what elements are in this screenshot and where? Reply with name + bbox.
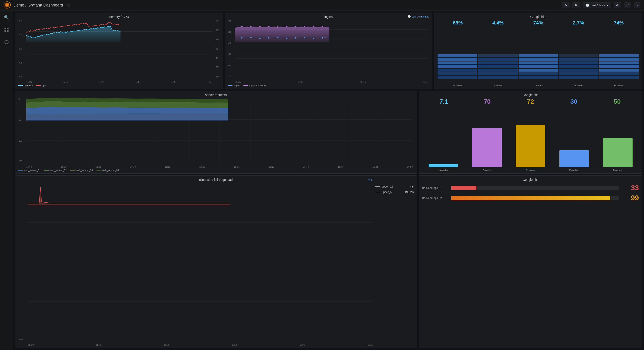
legend-server: web_server_01 web_server_02 web_server_0… bbox=[18, 169, 414, 172]
gh-bar-a-2 bbox=[438, 58, 477, 61]
gh-top-bars-area bbox=[438, 27, 639, 83]
zoom-out-icon: ⊖ bbox=[616, 4, 619, 7]
chart-logins: 70 60 50 40 30 20 bbox=[228, 20, 429, 83]
bar-a bbox=[428, 164, 458, 167]
legend-label-memory: memory bbox=[24, 84, 33, 87]
legend-item-logins-1h: logins (-1 hour) bbox=[244, 84, 266, 87]
gh-bottom-label-e: E-series bbox=[596, 169, 639, 172]
refresh-button[interactable]: ↺ bbox=[624, 2, 631, 8]
gh-label-b: B-series bbox=[478, 84, 518, 87]
gh-bar-col-e bbox=[599, 27, 639, 83]
sidebar: 🔍 bbox=[0, 11, 13, 350]
gh-bar-c-3 bbox=[518, 62, 558, 64]
legend-item-logins: logins bbox=[228, 84, 240, 87]
svg-rect-6 bbox=[7, 30, 8, 32]
display-icon: 🖥 bbox=[575, 4, 578, 7]
panel-subtitle-logins: 🕐 Last 20 minutes bbox=[408, 15, 429, 18]
svg-point-31 bbox=[277, 37, 278, 38]
gh-horiz-bar-container-0 bbox=[451, 186, 619, 190]
panel-title-google-hits-horiz: Google hits bbox=[422, 178, 639, 182]
gh-bar-c-4 bbox=[518, 65, 558, 68]
stat-label-upper50: upper_50 bbox=[382, 190, 393, 194]
gh-bar-col-a bbox=[438, 27, 477, 83]
y-axis-right-cpu: 6% 5% 4% 3% 2% 1% 0% bbox=[213, 20, 219, 78]
gh-bar-col-b bbox=[478, 27, 518, 83]
legend-item-ws04: web_server_04 bbox=[96, 169, 119, 172]
chart-svg-logins bbox=[235, 20, 428, 78]
share-icon[interactable]: ⎘ bbox=[68, 3, 70, 8]
panel-logins: logins 🕐 Last 20 minutes 70 60 50 40 30 … bbox=[224, 12, 432, 89]
gh-bottom-label-a: A-series bbox=[422, 169, 466, 172]
display-button[interactable]: 🖥 bbox=[572, 2, 580, 8]
gh-bar-a-7 bbox=[438, 76, 477, 79]
svg-point-26 bbox=[322, 26, 323, 27]
legend-line-ws02 bbox=[44, 170, 49, 170]
legend-line-logins-1h bbox=[244, 85, 248, 86]
panel-title-logins: logins bbox=[228, 15, 429, 18]
svg-point-29 bbox=[259, 38, 260, 39]
svg-point-30 bbox=[268, 37, 270, 38]
gh-bar-e-5 bbox=[599, 69, 639, 72]
sidebar-item-explore[interactable] bbox=[2, 38, 10, 47]
x-axis-client: 15:00 15:10 15:20 15:30 15:40 15:50 bbox=[28, 344, 373, 346]
panel-title-google-hits-top: Google hits bbox=[438, 15, 639, 18]
gh-bar-col-d bbox=[559, 27, 598, 83]
chart-server-requests: 150 100 50 0 bbox=[18, 98, 414, 168]
gh-horiz-label-0: Backend-ops-01 bbox=[422, 186, 449, 190]
gh-bar-d-1 bbox=[559, 54, 598, 57]
gh-top-value-2: 74% bbox=[518, 20, 558, 26]
time-range-picker[interactable]: 🕐 Last 1 hour ▾ bbox=[583, 2, 611, 8]
legend-logins: logins logins (-1 hour) bbox=[228, 84, 429, 87]
gh-horiz-bar-container-1 bbox=[451, 196, 619, 200]
bar-c bbox=[516, 125, 545, 167]
gh-horiz-bar-0 bbox=[451, 186, 476, 190]
gh-horiz-area: Backend-ops-01 33 Backend-ops-02 99 bbox=[422, 183, 639, 346]
svg-point-24 bbox=[304, 26, 306, 27]
avg-label: avg bbox=[368, 178, 372, 180]
chart-svg-client bbox=[28, 183, 373, 341]
settings-button[interactable]: ⚙ bbox=[562, 2, 570, 8]
gh-horiz-label-1: Backend-ops-02 bbox=[422, 196, 449, 200]
stat-label-upper25: upper_25 bbox=[382, 185, 393, 188]
gh-bar-a-4 bbox=[438, 65, 477, 68]
dashboard-content: Memory / CPU 8 B 6 B 4 B 2 B 0 B 6% 5% 4 bbox=[13, 11, 644, 350]
gh-top-value-3: 2.7% bbox=[558, 20, 598, 26]
legend-label-logins-1h: logins (-1 hour) bbox=[249, 84, 266, 87]
gh-bar-b-6 bbox=[478, 72, 518, 75]
legend-item-ws01: web_server_01 bbox=[18, 169, 40, 172]
stat-line-upper50 bbox=[376, 192, 380, 192]
grafana-logo bbox=[4, 1, 11, 9]
main-layout: 🔍 bbox=[0, 11, 644, 350]
stat-value-upper50: 196 ms bbox=[405, 190, 414, 194]
sidebar-item-search[interactable]: 🔍 bbox=[2, 14, 10, 22]
svg-point-36 bbox=[322, 37, 323, 38]
svg-point-2 bbox=[6, 4, 8, 6]
svg-point-28 bbox=[250, 37, 252, 38]
zoom-out-button[interactable]: ⊖ bbox=[614, 2, 621, 8]
gh-bottom-val-3: 30 bbox=[552, 98, 596, 105]
client-stats-panel: upper_25 4 ms upper_50 196 ms bbox=[376, 183, 414, 346]
gh-bar-d-7 bbox=[559, 76, 598, 79]
panel-google-hits-horiz: Google hits Backend-ops-01 33 Backend-op… bbox=[419, 176, 642, 348]
legend-label-ws03: web_server_03 bbox=[76, 169, 93, 172]
panel-title-client: client side full page load bbox=[18, 178, 414, 182]
gh-bar-d-5 bbox=[559, 69, 598, 72]
legend-item-cpu: cpu bbox=[36, 84, 46, 87]
gh-bar-c-1 bbox=[518, 54, 558, 57]
svg-point-25 bbox=[313, 26, 314, 27]
gh-label-a: A-series bbox=[438, 84, 478, 87]
bar-b bbox=[472, 128, 502, 167]
time-range-label: Last 1 hour bbox=[590, 4, 605, 7]
legend-item-ws02: web_server_02 bbox=[44, 169, 67, 172]
legend-line-memory bbox=[18, 85, 23, 86]
panel-google-hits-top: Google hits 69% 4.4% 74% 2.7% 74% bbox=[434, 12, 642, 89]
gh-label-c: C-series bbox=[518, 84, 558, 87]
panel-memory-cpu: Memory / CPU 8 B 6 B 4 B 2 B 0 B 6% 5% 4 bbox=[15, 12, 223, 89]
gh-bar-d-6 bbox=[559, 72, 598, 75]
legend-label-ws01: web_server_01 bbox=[24, 169, 40, 172]
y-axis-logins: 70 60 50 40 30 20 bbox=[228, 20, 235, 78]
legend-line-logins bbox=[228, 85, 232, 86]
more-button[interactable]: ▾ bbox=[634, 2, 640, 8]
sidebar-item-dashboards[interactable] bbox=[2, 26, 10, 34]
panel-server-requests: server requests 150 100 50 0 bbox=[15, 91, 417, 174]
